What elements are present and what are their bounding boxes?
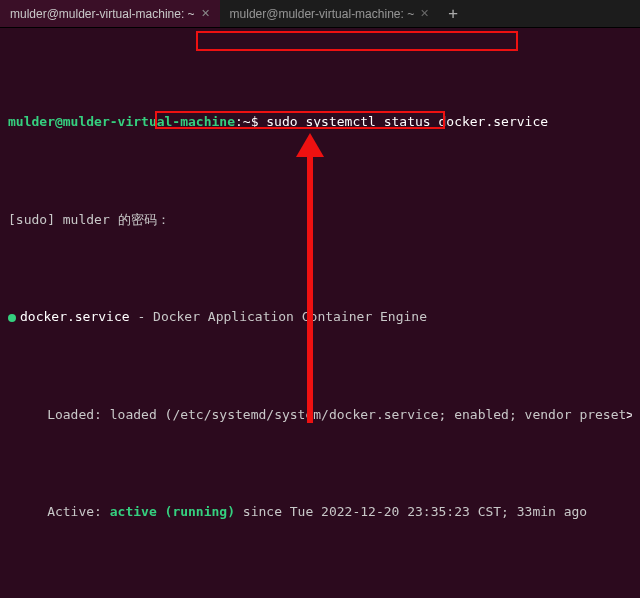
active-label: Active: [47,504,102,519]
close-icon[interactable]: ✕ [420,5,429,22]
arrow-annotation [290,133,330,433]
active-tail: since Tue 2022-12-20 23:35:23 CST; 33min… [243,504,587,519]
active-line: Active: active (running) since Tue 2022-… [8,502,632,522]
terminal-tab-inactive[interactable]: mulder@mulder-virtual-machine: ~ ✕ [220,0,440,27]
truncation: > [626,407,632,422]
add-tab-button[interactable]: + [439,0,467,27]
service-name: docker.service [20,309,130,324]
tab-label: mulder@mulder-virtual-machine: ~ [230,5,415,23]
svg-marker-1 [296,133,324,157]
prompt-sep: : [235,114,243,129]
enabled-tail: enabled; vendor preset [454,407,626,422]
service-header: docker.service - Docker Application Cont… [8,307,632,327]
terminal-output[interactable]: mulder@mulder-virtual-machine:~$ sudo sy… [0,28,640,598]
tab-label: mulder@mulder-virtual-machine: ~ [10,5,195,23]
tab-bar: mulder@mulder-virtual-machine: ~ ✕ mulde… [0,0,640,28]
loaded-line: Loaded: loaded (/etc/systemd/system/dock… [8,405,632,425]
highlight-command [196,31,518,51]
status-dot-icon [8,314,16,322]
prompt-line: mulder@mulder-virtual-machine:~$ sudo sy… [8,112,632,132]
close-icon[interactable]: ✕ [201,5,210,22]
active-value: active (running) [110,504,235,519]
sudo-password-line: [sudo] mulder 的密码： [8,210,632,230]
prompt-symbol: $ [251,114,259,129]
prompt-path: ~ [243,114,251,129]
command-text: sudo systemctl status docker.service [266,114,548,129]
service-desc: Docker Application Container Engine [153,309,427,324]
unit-path: /etc/systemd/system/docker.service [172,407,438,422]
loaded-value: loaded [110,407,157,422]
prompt-user-host: mulder@mulder-virtual-machine [8,114,235,129]
terminal-tab-active[interactable]: mulder@mulder-virtual-machine: ~ ✕ [0,0,220,27]
loaded-label: Loaded: [47,407,102,422]
